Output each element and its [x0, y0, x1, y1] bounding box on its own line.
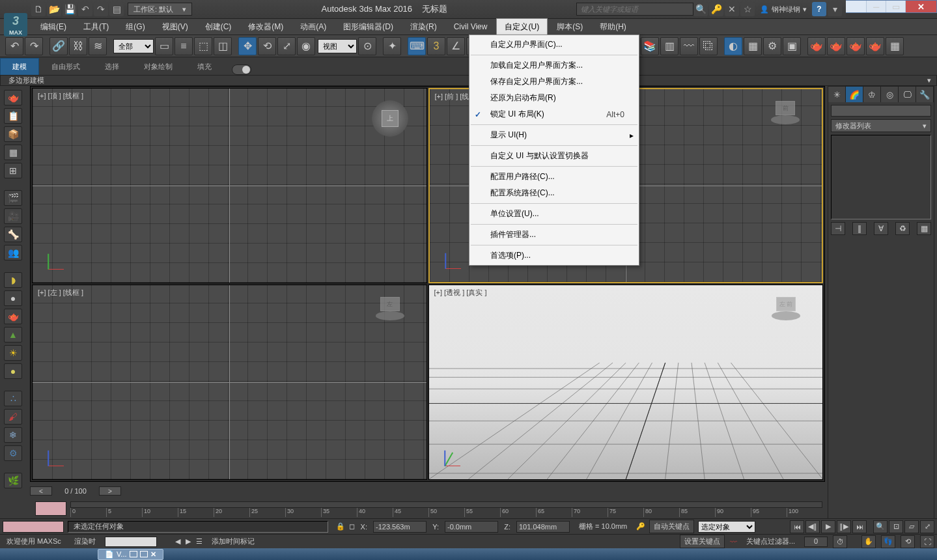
curve-editor-icon[interactable]: 〰 — [680, 37, 698, 55]
render-frame-icon[interactable]: ▣ — [783, 37, 801, 55]
menu-item-12[interactable]: 配置系统路径(C)... — [469, 185, 639, 201]
unlink-icon[interactable]: ⛓ — [69, 37, 87, 55]
time-ruler[interactable]: 0510152025303540455055606570758085909510… — [30, 500, 825, 518]
lock-icon[interactable]: 🔒 — [336, 522, 345, 531]
tag-icon-l[interactable]: ◀ — [175, 537, 180, 546]
tab-utilities[interactable]: 🔧 — [916, 87, 934, 102]
menu-0[interactable]: 编辑(E) — [33, 19, 74, 35]
angle-snap-icon[interactable]: ∠ — [447, 37, 465, 55]
schematic-view-icon[interactable]: ⿻ — [699, 37, 718, 55]
coord-z[interactable]: 101.048mm — [516, 521, 570, 533]
menu-6[interactable]: 动画(A) — [292, 19, 334, 35]
favorite-icon[interactable]: ☆ — [740, 2, 755, 16]
search-input[interactable] — [576, 3, 693, 16]
viewcube-top[interactable]: 上 — [372, 100, 408, 137]
time-tag-menu[interactable]: ☰ — [196, 537, 203, 546]
nav-maximize-icon[interactable]: ⛶ — [920, 535, 934, 548]
pivot-center-icon[interactable]: ⊙ — [358, 37, 376, 55]
caret-icon[interactable]: ▾ — [828, 2, 842, 16]
notes-tool-icon[interactable]: 📋 — [4, 108, 22, 124]
menu-9[interactable]: Civil View — [446, 20, 496, 34]
remove-mod-icon[interactable]: ♻ — [895, 222, 910, 235]
save-file-icon[interactable]: 💾 — [63, 2, 77, 16]
tab-create[interactable]: ✳ — [828, 87, 846, 102]
pin-stack-icon[interactable]: ⊣ — [831, 222, 845, 235]
nav-orbit-icon[interactable]: ⟲ — [901, 535, 915, 548]
menu-item-9[interactable]: 自定义 UI 与默认设置切换器 — [469, 148, 639, 164]
bone-tool-icon[interactable]: 🦴 — [4, 227, 22, 242]
app-logo[interactable]: MAX — [4, 13, 27, 36]
container-tool-icon[interactable]: 📦 — [4, 126, 22, 142]
snap-toggle-icon[interactable]: 3 — [427, 37, 445, 55]
select-by-name-icon[interactable]: ≡ — [175, 37, 193, 55]
material-editor-icon[interactable]: ◐ — [724, 37, 742, 55]
window-crossing-icon[interactable]: ◫ — [214, 37, 232, 55]
biped-tool-icon[interactable]: 👥 — [4, 245, 22, 260]
time-config-icon[interactable]: ⏱ — [833, 535, 847, 548]
viewcube-left[interactable]: 左 — [371, 296, 410, 320]
coord-y[interactable]: -0.0mm — [445, 521, 498, 533]
nav-fov-icon[interactable]: ▱ — [904, 520, 919, 533]
menu-5[interactable]: 修改器(M) — [240, 19, 291, 35]
exchange-icon[interactable]: ✕ — [725, 2, 739, 16]
help-icon[interactable]: ? — [812, 2, 826, 16]
keyboard-shortcut-icon[interactable]: ⌨ — [408, 37, 426, 55]
select-scale-icon[interactable]: ⤢ — [277, 37, 296, 55]
menu-1[interactable]: 工具(T) — [76, 19, 117, 35]
add-time-tag[interactable]: 添加时间标记 — [208, 537, 259, 546]
keyfilter-button[interactable]: 关键点过滤器... — [742, 537, 799, 546]
menu-item-7[interactable]: 显示 UI(H)▸ — [469, 127, 639, 143]
nav-zoomall-icon[interactable]: ⊡ — [889, 520, 903, 533]
moon-icon[interactable]: ● — [4, 363, 22, 379]
infocenter-icon[interactable]: 🔍 — [693, 2, 708, 16]
select-move-icon[interactable]: ✥ — [238, 37, 257, 55]
dome-light-icon[interactable]: ◗ — [4, 272, 22, 288]
ribbon-tab-1[interactable]: 自由形式 — [39, 58, 92, 75]
maximize-button[interactable]: ▭ — [886, 1, 905, 12]
viewcube-front[interactable]: 前 — [766, 100, 805, 124]
object-name-field[interactable] — [831, 105, 931, 117]
menu-item-16[interactable]: 插件管理器... — [469, 227, 639, 243]
select-rotate-icon[interactable]: ⟲ — [258, 37, 276, 55]
taskbar-item[interactable]: 📄V... ✕ — [98, 549, 163, 560]
maxscript-input[interactable] — [105, 537, 157, 547]
show-end-icon[interactable]: ‖ — [852, 222, 867, 235]
key-icon[interactable]: 🔑 — [636, 522, 645, 531]
nav-zoomext-icon[interactable]: ⤢ — [920, 520, 934, 533]
project-icon[interactable]: ▤ — [109, 2, 124, 16]
array-tool-icon[interactable]: ⊞ — [4, 163, 22, 178]
teapot2-icon[interactable]: 🫖 — [4, 309, 22, 324]
grass-icon[interactable]: 🌿 — [4, 473, 22, 488]
menu-3[interactable]: 视图(V) — [154, 19, 196, 35]
render-prod-icon[interactable]: 🫖 — [807, 37, 826, 55]
tag-icon-r[interactable]: ▶ — [186, 537, 191, 546]
menu-10[interactable]: 自定义(U) — [496, 18, 548, 36]
time-slider[interactable] — [70, 501, 822, 508]
menu-11[interactable]: 脚本(S) — [549, 19, 591, 35]
menu-item-4[interactable]: 还原为启动布局(R) — [469, 90, 639, 106]
ribbon-expand-icon[interactable]: ▾ — [927, 76, 931, 85]
link-icon[interactable]: 🔗 — [49, 37, 68, 55]
isolate-icon[interactable]: ◻ — [349, 522, 355, 531]
sphere-light-icon[interactable]: ● — [4, 290, 22, 306]
autokey-button[interactable]: 自动关键点 — [649, 520, 694, 533]
grid-tool-icon[interactable]: ▦ — [4, 145, 22, 160]
render-online-icon[interactable]: 🫖 — [866, 37, 884, 55]
make-unique-icon[interactable]: ∀ — [874, 222, 888, 235]
tree-icon[interactable]: ▲ — [4, 327, 22, 343]
menu-item-2[interactable]: 加载自定义用户界面方案... — [469, 57, 639, 74]
slate-icon[interactable]: ▦ — [744, 37, 762, 55]
menu-8[interactable]: 渲染(R) — [402, 19, 445, 35]
particles-icon[interactable]: ∴ — [4, 391, 22, 406]
menu-item-11[interactable]: 配置用户路径(C)... — [469, 169, 639, 185]
keymode-combo[interactable]: 选定对象 — [698, 521, 755, 533]
play-icon[interactable]: ▶ — [821, 520, 835, 533]
current-frame[interactable]: 0 — [804, 537, 828, 547]
brush-icon[interactable]: 🖌 — [4, 409, 22, 425]
video-tool-icon[interactable]: 🎥 — [4, 208, 22, 224]
new-file-icon[interactable]: 🗋 — [31, 2, 46, 16]
tab-hierarchy[interactable]: ♔ — [863, 87, 881, 102]
tab-display[interactable]: 🖵 — [899, 87, 916, 102]
undo-icon[interactable]: ↶ — [5, 37, 23, 55]
render-setup-icon[interactable]: ⚙ — [763, 37, 781, 55]
